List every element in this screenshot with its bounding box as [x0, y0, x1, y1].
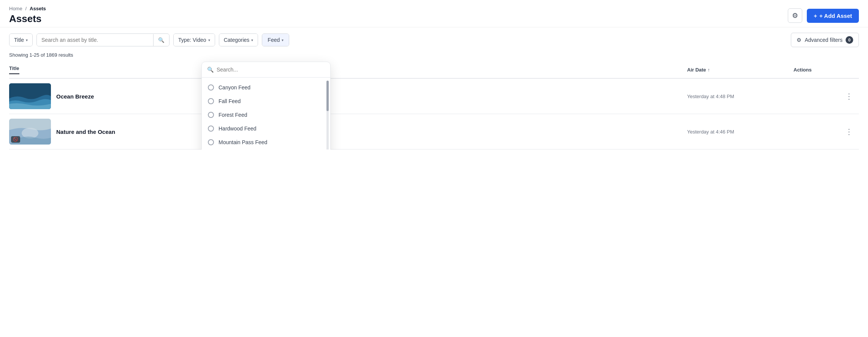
dropdown-item-label: Mountain Pass Feed [219, 139, 267, 145]
filter-sliders-icon: ⚙ [797, 37, 801, 43]
advanced-filters-label: Advanced filters [805, 37, 843, 43]
type-chevron-icon: ▾ [208, 38, 210, 42]
plus-icon: + [814, 13, 817, 19]
asset-cell: 🚫 Nature and the Ocean [9, 119, 684, 145]
breadcrumb-home[interactable]: Home [9, 6, 22, 11]
col-title-header: Title [9, 64, 684, 76]
scrollbar-thumb[interactable] [326, 81, 329, 111]
radio-circle [208, 112, 214, 118]
title-chevron-icon: ▾ [26, 38, 28, 42]
col-actions-header: Actions [790, 64, 859, 76]
radio-circle [208, 84, 214, 91]
dropdown-item-label: Forest Feed [219, 112, 247, 118]
add-asset-label: + Add Asset [819, 13, 852, 19]
top-bar: Home / Assets Assets ⚙ + + Add Asset [0, 0, 868, 27]
categories-filter-group: Categories ▾ [219, 33, 258, 46]
dropdown-item-label: Canyon Feed [219, 84, 250, 91]
hidden-badge: 🚫 [11, 136, 20, 143]
feed-dropdown: 🔍 Canyon Feed Fall Feed Forest Feed Hard… [201, 62, 331, 149]
table-row: Ocean Breeze Yesterday at 4:48 PM ⋮ [9, 79, 859, 114]
feed-filter-group: Feed ▾ [262, 33, 289, 46]
sort-asc-icon[interactable]: ↑ [708, 67, 710, 73]
dropdown-list: Canyon Feed Fall Feed Forest Feed Hardwo… [202, 78, 330, 149]
dropdown-item-label: Fall Feed [219, 98, 241, 104]
dropdown-search-area: 🔍 [202, 62, 330, 78]
table-header: Title Air Date ↑ Actions [9, 62, 859, 79]
ocean-thumb-svg [9, 83, 51, 109]
feed-chevron-icon: ▾ [282, 38, 284, 42]
dropdown-item[interactable]: Hardwood Feed [202, 122, 330, 135]
asset-title: Nature and the Ocean [56, 129, 115, 135]
search-submit-button[interactable]: 🔍 [153, 34, 169, 46]
dropdown-item[interactable]: Ocean Feed [202, 149, 330, 149]
feed-filter-button[interactable]: Feed ▾ [262, 34, 289, 46]
more-actions-button[interactable]: ⋮ [842, 90, 856, 102]
advanced-filters-button[interactable]: ⚙ Advanced filters 0 [791, 33, 859, 47]
more-actions-button[interactable]: ⋮ [842, 126, 856, 138]
col-air-date-text: Air Date [687, 67, 706, 73]
filter-bar: Title ▾ 🔍 Type: Video ▾ Categories ▾ Fee… [0, 27, 868, 51]
gear-icon: ⚙ [792, 11, 798, 20]
title-filter-button[interactable]: Title ▾ [10, 34, 32, 46]
type-filter-label: Type: Video [178, 37, 206, 43]
scrollbar-track[interactable] [326, 81, 329, 149]
search-icon: 🔍 [158, 37, 165, 43]
add-asset-button[interactable]: + + Add Asset [807, 9, 859, 23]
date-cell: Yesterday at 4:48 PM [684, 94, 790, 99]
dropdown-item-label: Hardwood Feed [219, 126, 257, 132]
page-title: Assets [9, 13, 46, 25]
results-count: Showing 1-25 of 1869 results [0, 51, 868, 62]
search-input-group: 🔍 [36, 33, 169, 46]
radio-circle [208, 126, 214, 132]
dropdown-item[interactable]: Fall Feed [202, 94, 330, 108]
asset-thumbnail: 🚫 [9, 119, 51, 145]
breadcrumb-current: Assets [30, 6, 46, 11]
type-filter-button[interactable]: Type: Video ▾ [174, 34, 215, 46]
feed-filter-label: Feed [268, 37, 280, 43]
breadcrumb-separator: / [25, 6, 27, 11]
table-row: 🚫 Nature and the Ocean Yesterday at 4:46… [9, 114, 859, 149]
categories-filter-button[interactable]: Categories ▾ [219, 34, 258, 46]
date-cell: Yesterday at 4:46 PM [684, 129, 790, 135]
breadcrumb: Home / Assets [9, 5, 46, 11]
col-air-date-header: Air Date ↑ [684, 64, 790, 76]
col-title-text: Title [9, 65, 19, 74]
advanced-filters-badge: 0 [846, 36, 853, 44]
type-filter-group: Type: Video ▾ [173, 33, 215, 46]
title-filter-group: Title ▾ [9, 33, 33, 46]
asset-title: Ocean Breeze [56, 93, 94, 100]
dropdown-item[interactable]: Forest Feed [202, 108, 330, 122]
dropdown-search-input[interactable] [217, 67, 325, 73]
table-container: Title Air Date ↑ Actions Ocean Breeze Ye… [0, 62, 868, 149]
actions-cell: ⋮ [790, 90, 859, 102]
dropdown-search-icon: 🔍 [207, 67, 214, 73]
results-count-text: Showing 1-25 of 1869 results [9, 52, 73, 58]
eye-slash-icon: 🚫 [13, 137, 18, 142]
actions-cell: ⋮ [790, 126, 859, 138]
dropdown-item[interactable]: Mountain Pass Feed [202, 135, 330, 149]
dropdown-item[interactable]: Canyon Feed [202, 81, 330, 94]
radio-circle [208, 98, 214, 104]
asset-thumbnail [9, 83, 51, 109]
settings-button[interactable]: ⚙ [788, 8, 802, 23]
categories-chevron-icon: ▾ [251, 38, 253, 42]
categories-filter-label: Categories [224, 37, 250, 43]
top-actions: ⚙ + + Add Asset [788, 8, 859, 23]
title-filter-label: Title [14, 37, 24, 43]
radio-circle [208, 139, 214, 145]
asset-cell: Ocean Breeze [9, 83, 684, 109]
col-actions-text: Actions [794, 67, 812, 73]
search-input[interactable] [37, 34, 153, 46]
